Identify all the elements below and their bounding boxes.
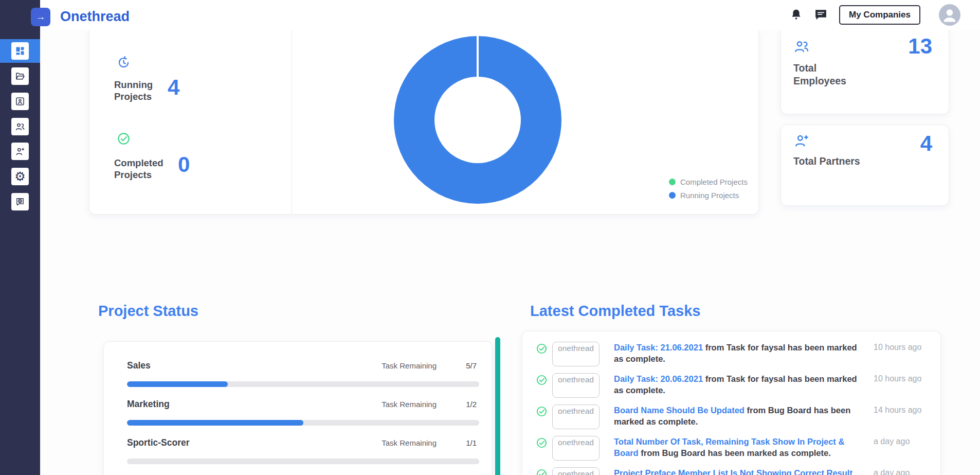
user-plus-icon [793, 132, 810, 151]
check-circle-icon [536, 342, 552, 357]
task-link[interactable]: Project Preface Member List Is Not Showi… [614, 468, 852, 475]
project-row-marketing: Marketing Task Remaining 1/2 [127, 399, 477, 426]
users-icon [793, 38, 810, 57]
grid-icon [11, 42, 29, 60]
arrow-right-icon: → [36, 11, 46, 23]
users-icon [11, 118, 29, 135]
company-badge: onethread [552, 342, 600, 366]
task-row: onethread Daily Task: 20.06.2021 from Ta… [536, 373, 925, 398]
my-companies-button[interactable]: My Companies [839, 5, 920, 25]
avatar[interactable] [939, 4, 960, 26]
feedback-chat-icon [11, 193, 29, 210]
sidebar-item-feedback[interactable] [0, 190, 40, 214]
task-timestamp: 10 hours ago [874, 373, 925, 384]
total-employees-label: Total Employees [793, 62, 860, 87]
company-badge: onethread [552, 436, 600, 461]
completed-projects-value: 0 [178, 152, 190, 177]
scrollbar-thumb[interactable] [495, 337, 500, 475]
task-row: onethread Total Number Of Task, Remainin… [536, 436, 925, 461]
sidebar-item-employees[interactable] [0, 115, 40, 138]
bell-icon[interactable] [790, 8, 803, 22]
check-circle-icon [536, 436, 552, 451]
check-circle-icon [536, 373, 552, 388]
sidebar-item-dashboard[interactable] [0, 39, 40, 63]
project-row-sales: Sales Task Remaining 5/7 [127, 360, 477, 387]
divider [292, 30, 292, 214]
task-timestamp: a day ago [874, 467, 925, 475]
sidebar-toggle-button[interactable]: → [31, 8, 50, 26]
donut-segment-gap [477, 36, 479, 77]
sidebar: ⚙ [0, 0, 40, 475]
company-badge: onethread [552, 404, 600, 429]
company-badge: onethread [552, 467, 600, 475]
legend-item-completed[interactable]: Completed Projects [669, 178, 748, 186]
task-link[interactable]: Daily Task: 20.06.2021 [614, 374, 703, 383]
refresh-clock-icon [117, 56, 131, 72]
task-row: onethread Daily Task: 21.06.2021 from Ta… [536, 342, 925, 366]
app-logo[interactable]: Onethread [60, 9, 130, 25]
task-row: onethread Project Preface Member List Is… [536, 467, 925, 475]
completed-projects-label: Completed Projects [114, 157, 181, 181]
projects-overview-card: Running Projects 4 Completed Projects 0 … [89, 30, 759, 215]
latest-completed-tasks-heading: Latest Completed Tasks [530, 303, 700, 320]
sidebar-item-projects[interactable] [0, 64, 40, 88]
legend-item-running[interactable]: Running Projects [669, 191, 748, 200]
folder-icon [11, 67, 29, 85]
gear-icon: ⚙ [11, 168, 29, 185]
chart-legend: Completed Projects Running Projects [669, 178, 748, 200]
task-timestamp: a day ago [874, 436, 925, 447]
check-circle-icon [536, 404, 552, 419]
total-partners-label: Total Partners [793, 155, 860, 168]
task-link[interactable]: Board Name Should Be Updated [614, 406, 745, 415]
project-row-sportic-scorer: Sportic-Scorer Task Remaining 1/1 [127, 437, 477, 464]
project-status-heading: Project Status [98, 303, 198, 320]
total-employees-value: 13 [908, 34, 932, 59]
sidebar-item-contacts[interactable] [0, 90, 40, 113]
legend-dot-blue [669, 192, 676, 199]
sidebar-item-settings[interactable]: ⚙ [0, 165, 40, 188]
total-partners-value: 4 [920, 131, 932, 156]
running-projects-value: 4 [168, 75, 179, 100]
task-timestamp: 14 hours ago [874, 404, 925, 416]
chat-icon[interactable] [814, 8, 828, 22]
progress-bar [127, 381, 479, 387]
task-link[interactable]: Daily Task: 21.06.2021 [614, 343, 703, 352]
total-employees-card: 13 Total Employees [781, 30, 949, 114]
task-timestamp: 10 hours ago [874, 342, 925, 353]
check-circle-icon [117, 132, 131, 148]
check-circle-icon [536, 467, 552, 475]
latest-completed-tasks-card: onethread Daily Task: 21.06.2021 from Ta… [522, 331, 941, 475]
total-partners-card: 4 Total Partners [781, 125, 949, 206]
company-badge: onethread [552, 373, 600, 398]
project-status-card: Sales Task Remaining 5/7 Marketing Task … [103, 341, 493, 475]
legend-dot-green [669, 179, 676, 185]
sidebar-item-add-partner[interactable] [0, 139, 40, 163]
projects-donut-chart [394, 36, 561, 204]
progress-bar [127, 420, 479, 426]
user-plus-icon [11, 143, 29, 160]
id-card-icon [11, 93, 29, 110]
progress-bar [127, 459, 479, 464]
task-row: onethread Board Name Should Be Updated f… [536, 404, 925, 429]
